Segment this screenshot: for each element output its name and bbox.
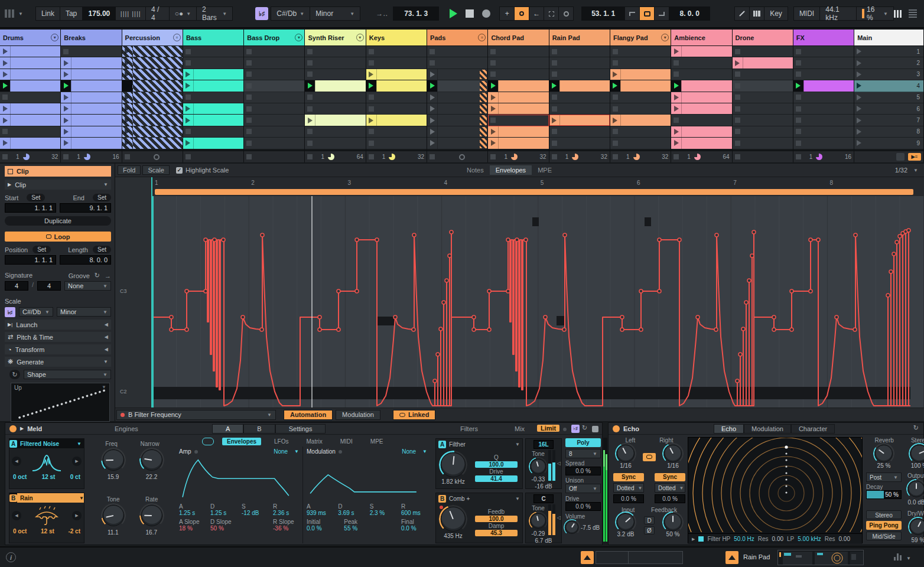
clip-launch-button[interactable] <box>183 115 193 125</box>
engine-b-ct[interactable]: -2 ct <box>68 528 80 535</box>
midi-map-button[interactable]: MIDI <box>793 6 820 21</box>
clip-slot[interactable] <box>610 46 671 57</box>
track-stop-button[interactable] <box>430 154 435 159</box>
chevron-circle-icon[interactable]: ▼ <box>661 34 669 41</box>
filter-b-freq-value[interactable]: 435 Hz <box>444 533 463 539</box>
session-clip[interactable] <box>183 115 243 125</box>
mix-a-tone-value[interactable]: -0.33 <box>528 476 548 483</box>
subtab-lfos[interactable]: LFOs <box>269 438 293 445</box>
session-clip[interactable] <box>427 115 487 125</box>
session-clip[interactable] <box>671 138 731 148</box>
clip-slot[interactable] <box>366 126 427 138</box>
track-stop-button[interactable] <box>2 154 8 159</box>
clip-slot[interactable] <box>183 138 243 149</box>
clip-slot[interactable] <box>610 126 671 138</box>
clip-slot[interactable] <box>183 115 243 126</box>
session-clip[interactable] <box>183 103 243 114</box>
signature-numerator-field[interactable]: 4 <box>5 281 28 291</box>
key-root-menu[interactable]: C#/Db▼ <box>271 6 310 21</box>
clip-slot[interactable] <box>549 138 610 149</box>
meld-tab-b[interactable]: B <box>243 424 275 434</box>
playing-clip[interactable] <box>488 80 548 91</box>
narrow-knob[interactable] <box>141 449 162 471</box>
loop-toggle-button[interactable]: Loop <box>5 232 111 242</box>
mod-a-value[interactable]: 939 ms <box>307 510 326 516</box>
unison-menu[interactable]: Off▼ <box>565 484 601 493</box>
narrow-value[interactable]: 22.2 <box>146 474 157 480</box>
clip-slot[interactable] <box>61 138 121 149</box>
echo-link-button[interactable] <box>643 453 656 461</box>
mod-initial[interactable]: 0.0 % <box>307 525 322 532</box>
group-track-icon[interactable]: ≡ <box>478 34 486 41</box>
clip-slot[interactable] <box>488 103 548 115</box>
clip-launch-button[interactable] <box>671 46 681 57</box>
chevron-circle-icon[interactable]: ▼ <box>356 34 364 41</box>
track-header[interactable]: Main <box>854 30 923 46</box>
session-clip[interactable] <box>733 57 793 68</box>
echo-right-sync-button[interactable]: Sync <box>655 473 685 481</box>
decay-slider[interactable]: 50 % <box>866 490 902 499</box>
session-clip[interactable] <box>61 115 121 125</box>
amp-mod-source-menu[interactable]: None▼ <box>274 448 299 455</box>
track-header[interactable]: Rain Pad <box>549 30 610 46</box>
amp-d-value[interactable]: 1.25 s <box>210 510 226 516</box>
loop-button[interactable] <box>639 6 655 21</box>
clip-slot[interactable] <box>122 46 183 57</box>
session-clip[interactable] <box>366 69 427 80</box>
session-clip[interactable] <box>61 138 121 148</box>
clip-slot[interactable] <box>671 92 731 103</box>
ping-pong-mode-button[interactable]: Ping Pong <box>866 521 902 530</box>
engine-b-oct[interactable]: 0 oct <box>13 528 27 535</box>
hp-value[interactable]: 50.0 Hz <box>734 536 754 542</box>
session-clip[interactable] <box>122 69 183 80</box>
clip-key-root-menu[interactable]: C#/Db▼ <box>19 307 53 317</box>
mix-b-level-handle[interactable]: ◁ <box>557 515 561 520</box>
filter-b-type-menu[interactable]: Comb + <box>446 496 512 502</box>
clip-overview-toggle[interactable] <box>581 551 594 564</box>
clip-launch-button[interactable] <box>366 80 376 91</box>
clip-end-field[interactable]: 9. 1. 1 <box>60 203 111 213</box>
engine-a-st[interactable]: 12 st <box>42 474 56 480</box>
fold-button[interactable]: Fold <box>118 165 141 175</box>
clip-launch-button[interactable] <box>671 126 681 137</box>
capture-midi-icon[interactable] <box>558 6 574 21</box>
mix-b-tone-knob[interactable] <box>531 513 546 529</box>
clip-slot[interactable] <box>793 57 854 69</box>
playing-clip[interactable] <box>366 80 427 91</box>
filter-a-freq-knob[interactable] <box>441 452 466 477</box>
shape-refresh-icon[interactable]: ↻ <box>9 370 20 379</box>
clip-slot[interactable] <box>427 46 487 57</box>
session-clip[interactable] <box>122 57 183 68</box>
clip-slot[interactable] <box>610 69 671 80</box>
clip-slot[interactable] <box>671 57 731 69</box>
clip-slot[interactable] <box>488 92 548 103</box>
session-clip[interactable] <box>671 46 731 57</box>
grid-setting[interactable]: 1/32 <box>895 167 907 174</box>
scene-launch-icon[interactable] <box>857 71 861 77</box>
freq-value[interactable]: 15.9 <box>108 474 119 480</box>
session-clip[interactable] <box>61 57 121 68</box>
clip-slot[interactable] <box>0 103 60 115</box>
clip-slot[interactable] <box>0 126 60 138</box>
clip-slot[interactable] <box>671 115 731 126</box>
mod-peak[interactable]: 55 % <box>344 525 357 532</box>
clip-slot[interactable] <box>549 69 610 80</box>
clip-slot[interactable] <box>610 103 671 115</box>
linked-toggle[interactable]: Linked <box>393 410 435 420</box>
echo-left-mode-menu[interactable]: Dotted▼ <box>613 483 644 493</box>
scene-launch-icon[interactable] <box>857 48 861 54</box>
dry-wet-knob[interactable] <box>910 519 924 535</box>
clip-slot[interactable] <box>244 69 304 80</box>
echo-feedback-knob[interactable] <box>664 513 682 531</box>
clip-launch-button[interactable] <box>0 138 10 148</box>
playing-clip[interactable] <box>305 80 365 91</box>
scene-launch-icon[interactable] <box>857 140 861 146</box>
envelope-device-parameter-menu[interactable]: B Filter Frequency ▼ <box>116 410 276 420</box>
clip-slot[interactable] <box>244 92 304 103</box>
clip-launch-button[interactable] <box>610 69 620 80</box>
session-clip[interactable] <box>122 92 183 103</box>
clip-slot[interactable] <box>610 57 671 69</box>
session-record-icon[interactable] <box>514 6 529 21</box>
clip-slot[interactable] <box>488 46 548 57</box>
start-set-button[interactable]: Set <box>27 194 45 201</box>
